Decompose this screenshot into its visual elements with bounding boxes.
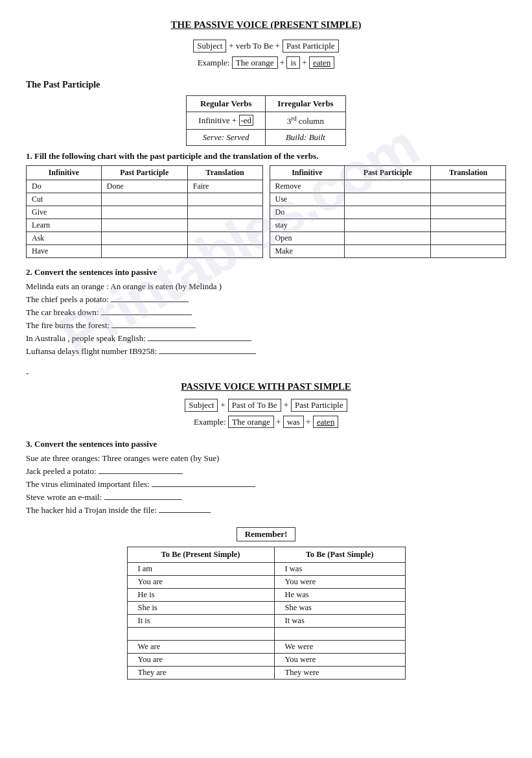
right-header-infinitive: Infinitive [270, 166, 345, 180]
left-pp-2 [101, 193, 187, 206]
past-you-were-pl: You were [274, 654, 405, 667]
formula1-subject: Subject [193, 40, 226, 53]
past-simple-section: - PASSIVE VOICE WITH PAST SIMPLE Subject… [26, 368, 506, 427]
right-pp-3 [345, 206, 431, 219]
present-you-are: You are [127, 576, 274, 589]
exercise3-heading: 3. Convert the sentences into passive [26, 439, 506, 449]
table-row: You are You were [127, 576, 405, 589]
left-pp-6 [101, 245, 187, 258]
left-tr-6 [187, 245, 262, 258]
left-header-past-participle: Past Participle [101, 166, 187, 180]
left-tr-4 [187, 219, 262, 232]
exercise3-line-4: Steve wrote an e-mail: [26, 491, 506, 503]
exercise2-section: 2. Convert the sentences into passive Me… [26, 267, 506, 357]
formula2-plus2: + [284, 400, 288, 410]
past-it-was: It was [274, 615, 405, 628]
left-pp-5 [101, 232, 187, 245]
right-pp-1 [345, 180, 431, 193]
left-header-translation: Translation [187, 166, 262, 180]
regular-verbs-header: Regular Verbs [187, 96, 266, 112]
table-row: Make [270, 245, 506, 258]
exercise1-section: 1. Fill the following chart with the pas… [26, 151, 506, 258]
exercise3-line-2: Jack peeled a potato: [26, 465, 506, 477]
page-title: THE PASSIVE VOICE (PRESENT SIMPLE) [26, 19, 506, 30]
table-row: We are We were [127, 641, 405, 654]
example2-plus2: + [306, 417, 313, 427]
blank-2 [101, 306, 192, 315]
present-it-is: It is [127, 615, 274, 628]
regular-rule: Infinitive + -ed [187, 112, 266, 130]
left-tr-2 [187, 193, 262, 206]
right-inf-3: Do [270, 206, 345, 219]
example1-subject: The orange [232, 56, 278, 69]
remember-label: Remember! [237, 527, 296, 541]
formula1-past-participle: Past Participle [283, 40, 339, 53]
exercise3-section: 3. Convert the sentences into passive Su… [26, 439, 506, 515]
right-tr-1 [431, 180, 506, 193]
right-tr-6 [431, 245, 506, 258]
right-pp-6 [345, 245, 431, 258]
table-row: Do Done Faire [27, 180, 263, 193]
blank-7 [152, 478, 255, 487]
exercise3-line-5: The hacker hid a Trojan inside the file: [26, 504, 506, 515]
present-i-am: I am [127, 563, 274, 576]
exercise2-line-2: The chief peels a potato: [26, 293, 506, 305]
table-row: Learn [27, 219, 263, 232]
right-inf-6: Make [270, 245, 345, 258]
blank-8 [104, 491, 182, 500]
present-he-is: He is [127, 589, 274, 602]
left-pp-1: Done [101, 180, 187, 193]
past-i-was: I was [274, 563, 405, 576]
exercise3-line-1: Sue ate three oranges: Three oranges wer… [26, 453, 506, 464]
example1-plus1: + [280, 58, 287, 67]
right-inf-4: stay [270, 219, 345, 232]
left-pp-4 [101, 219, 187, 232]
exercise2-line-1: Melinda eats an orange : An orange is ea… [26, 281, 506, 292]
passive-past-title: PASSIVE VOICE WITH PAST SIMPLE [26, 381, 506, 392]
table-row: I am I was [127, 563, 405, 576]
formula1-connector: + verb To Be + [229, 41, 280, 51]
example1-plus2: + [302, 58, 309, 67]
to-be-past-header: To Be (Past Simple) [274, 547, 405, 563]
table-row: Ask [27, 232, 263, 245]
two-col-tables: Infinitive Past Participle Translation D… [26, 165, 506, 258]
irregular-rule: 3rd column [266, 112, 346, 130]
formula2-past-tobe: Past of To Be [228, 399, 281, 412]
right-pp-2 [345, 193, 431, 206]
table-row: stay [270, 219, 506, 232]
left-tr-5 [187, 232, 262, 245]
exercise2-line-4: The fire burns the forest: [26, 319, 506, 331]
right-inf-5: Open [270, 232, 345, 245]
present-you-are-pl: You are [127, 654, 274, 667]
example1-line: Example: The orange + is + eaten [26, 58, 506, 68]
blank-6 [98, 465, 183, 474]
right-tr-2 [431, 193, 506, 206]
left-fill-table: Infinitive Past Participle Translation D… [26, 165, 263, 258]
example2-line: Example: The orange + was + eaten [26, 417, 506, 427]
blank-3 [111, 319, 196, 328]
table-row: You are You were [127, 654, 405, 667]
exercise3-line-3: The virus eliminated important files: [26, 478, 506, 490]
right-tr-4 [431, 219, 506, 232]
remember-box: Remember! [26, 527, 506, 541]
blank-5 [159, 345, 256, 354]
past-she-was: She was [274, 602, 405, 615]
spacer-row [127, 628, 405, 641]
irregular-example: Build: Built [266, 130, 346, 146]
left-pp-3 [101, 206, 187, 219]
table-row: He is He was [127, 589, 405, 602]
table-row: Do [270, 206, 506, 219]
table-row: She is She was [127, 602, 405, 615]
left-inf-2: Cut [27, 193, 102, 206]
to-be-present-header: To Be (Present Simple) [127, 547, 274, 563]
left-inf-3: Give [27, 206, 102, 219]
exercise2-lines: Melinda eats an orange : An orange is ea… [26, 281, 506, 357]
formula2-box: Subject + Past of To Be + Past Participl… [26, 399, 506, 412]
formula2-subject: Subject [185, 399, 218, 412]
table-row: It is It was [127, 615, 405, 628]
past-participle-heading: The Past Participle [26, 80, 506, 90]
example2-participle: eaten [313, 416, 338, 428]
dash-prefix: - [26, 368, 506, 379]
left-tr-1: Faire [187, 180, 262, 193]
to-be-table-wrapper: To Be (Present Simple) To Be (Past Simpl… [26, 547, 506, 680]
